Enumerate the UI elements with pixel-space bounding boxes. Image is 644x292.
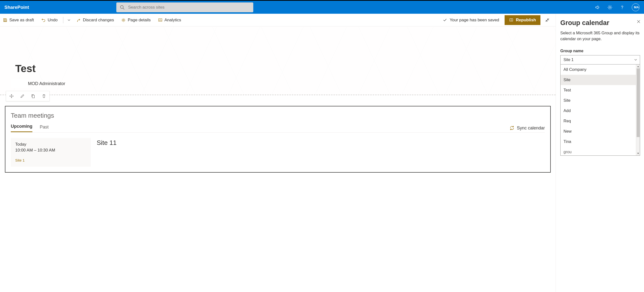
group-name-dropdown: All Company Site Test Site Add Req New T…	[560, 64, 640, 156]
webpart-toolbar	[6, 91, 50, 101]
sync-icon	[510, 126, 514, 130]
divider	[63, 17, 63, 23]
svg-rect-8	[32, 95, 34, 98]
checkmark-icon	[443, 18, 447, 22]
analytics-button[interactable]: Analytics	[155, 15, 184, 25]
group-option[interactable]: Site	[560, 75, 640, 85]
page-canvas-column: Save as draft Undo Discard changes	[0, 14, 556, 292]
undo-label: Undo	[48, 18, 58, 22]
duplicate-webpart-button[interactable]	[28, 91, 38, 101]
search-wrapper	[116, 2, 253, 12]
page-author: MOD Administrator	[11, 79, 65, 88]
trash-icon	[42, 94, 46, 98]
canvas-area: Team meetings Upcoming Past Sync calenda…	[0, 106, 556, 173]
save-status-label: Your page has been saved	[450, 18, 499, 22]
book-icon	[509, 18, 514, 22]
collapse-icon	[545, 18, 550, 22]
pencil-icon	[20, 94, 24, 98]
page-hero: Test MOD Administrator	[0, 26, 556, 95]
event-time: 10:00 AM – 10:30 AM	[15, 148, 86, 153]
save-icon	[3, 18, 7, 22]
chevron-down-icon	[634, 58, 637, 61]
analytics-label: Analytics	[164, 18, 181, 22]
webpart-tabs: Upcoming Past	[11, 124, 48, 132]
event-card[interactable]: Today 10:00 AM – 10:30 AM Site 1	[11, 138, 91, 167]
page-details-label: Page details	[128, 18, 151, 22]
svg-point-5	[77, 21, 78, 22]
discard-button[interactable]: Discard changes	[74, 15, 117, 25]
event-title: Site 11	[97, 138, 116, 167]
avatar-initials: MA	[634, 5, 639, 9]
edit-webpart-button[interactable]	[17, 91, 28, 101]
dropdown-scrollbar[interactable]: ▲ ▼	[636, 64, 640, 155]
group-option[interactable]: Req	[560, 116, 640, 126]
svg-line-1	[123, 8, 124, 9]
brand-label: SharePoint	[4, 5, 112, 10]
suite-header-actions: MA	[595, 3, 640, 11]
discard-label: Discard changes	[83, 18, 114, 22]
group-name-value: Site 1	[564, 58, 574, 62]
pane-heading: Group calendar	[560, 19, 640, 27]
save-draft-button[interactable]: Save as draft	[0, 15, 37, 25]
avatar[interactable]: MA	[632, 3, 640, 11]
group-option[interactable]: grou	[560, 147, 640, 156]
group-name-combobox[interactable]: Site 1	[560, 55, 640, 64]
close-pane-button[interactable]	[637, 20, 640, 23]
search-box[interactable]	[116, 2, 253, 12]
sync-calendar-button[interactable]: Sync calendar	[510, 126, 545, 131]
scrollbar-thumb[interactable]	[637, 68, 640, 137]
undo-dropdown[interactable]	[66, 15, 72, 25]
save-draft-label: Save as draft	[9, 18, 34, 22]
svg-point-2	[609, 7, 610, 8]
gear-icon	[121, 18, 126, 22]
delete-webpart-button[interactable]	[38, 91, 49, 101]
command-bar: Save as draft Undo Discard changes	[0, 14, 556, 26]
chevron-down-icon	[67, 18, 71, 22]
group-option[interactable]: All Company	[560, 64, 640, 75]
group-option[interactable]: Test	[560, 85, 640, 95]
discard-icon	[76, 18, 81, 22]
page-details-button[interactable]: Page details	[118, 15, 154, 25]
suite-header: SharePoint MA	[0, 0, 644, 14]
move-webpart-button[interactable]	[6, 91, 17, 101]
group-calendar-webpart[interactable]: Team meetings Upcoming Past Sync calenda…	[5, 106, 551, 173]
undo-button[interactable]: Undo	[38, 15, 60, 25]
collapse-toolbar-button[interactable]	[542, 15, 553, 25]
search-icon	[120, 5, 125, 10]
pane-description: Select a Microsoft 365 Group and display…	[560, 30, 640, 42]
author-avatar-placeholder	[11, 79, 28, 88]
tab-past[interactable]: Past	[40, 125, 48, 132]
group-option[interactable]: New	[560, 126, 640, 137]
search-input[interactable]	[128, 5, 250, 10]
move-icon	[9, 94, 14, 98]
tab-upcoming[interactable]: Upcoming	[11, 124, 32, 132]
scroll-up-icon[interactable]: ▲	[636, 64, 640, 68]
group-option[interactable]: Tina	[560, 137, 640, 147]
gear-icon[interactable]	[607, 5, 612, 10]
republish-label: Republish	[516, 18, 536, 22]
analytics-icon	[158, 18, 162, 22]
group-option[interactable]: Add	[560, 106, 640, 116]
copy-icon	[31, 94, 35, 98]
webpart-title[interactable]: Team meetings	[11, 112, 545, 119]
sync-calendar-label: Sync calendar	[517, 126, 545, 131]
event-day: Today	[15, 142, 86, 147]
svg-point-6	[123, 19, 124, 20]
svg-rect-4	[4, 20, 6, 21]
page-title[interactable]: Test	[15, 63, 36, 74]
svg-point-3	[622, 8, 622, 9]
save-status: Your page has been saved	[439, 18, 503, 22]
event-site: Site 1	[15, 158, 86, 162]
property-pane: Group calendar Select a Microsoft 365 Gr…	[556, 14, 644, 292]
megaphone-icon[interactable]	[595, 5, 600, 10]
author-name: MOD Administrator	[28, 81, 65, 86]
undo-icon	[41, 18, 46, 22]
republish-button[interactable]: Republish	[504, 15, 540, 25]
group-option[interactable]: Site	[560, 95, 640, 106]
close-icon	[637, 20, 640, 23]
group-name-label: Group name	[560, 49, 640, 53]
scroll-down-icon[interactable]: ▼	[636, 152, 640, 155]
help-icon[interactable]	[620, 5, 625, 10]
